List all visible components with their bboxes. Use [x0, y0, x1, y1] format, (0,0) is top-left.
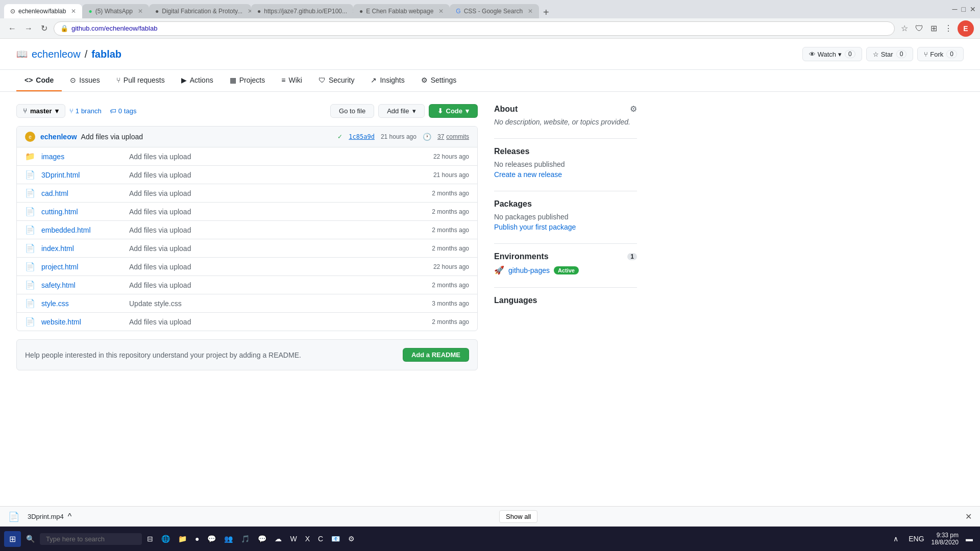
nav-wiki[interactable]: ≡ Wiki: [273, 70, 310, 91]
commits-label: commits: [446, 133, 469, 140]
repo-meta: ⑂ 1 branch 🏷 0 tags: [69, 107, 137, 115]
repo-owner-link[interactable]: echenleow: [32, 48, 81, 60]
browser-tabs: ⊙ echenleow/fablab ✕ ● (5) WhatsApp ✕ ● …: [4, 0, 553, 18]
commit-author[interactable]: echenleow: [40, 133, 77, 141]
tags-link[interactable]: 🏷 0 tags: [110, 107, 137, 115]
file-name-link[interactable]: cutting.html: [41, 208, 123, 216]
nav-issues[interactable]: ⊙ Issues: [62, 70, 108, 91]
file-name-link[interactable]: embedded.html: [41, 226, 123, 234]
file-icon: 📄: [25, 170, 35, 180]
code-button[interactable]: ⬇ Code ▾: [429, 104, 478, 118]
file-icon: 📄: [25, 262, 35, 271]
nav-settings[interactable]: ⚙ Settings: [413, 70, 465, 91]
create-release-link[interactable]: Create a new release: [494, 170, 562, 179]
tab-css[interactable]: G CSS - Google Search ✕: [450, 4, 539, 18]
file-rows-container: 📁imagesAdd files via upload22 hours ago📄…: [17, 147, 477, 331]
repo-content: ⑂ master ▾ ⑂ 1 branch 🏷 0 tags Go to fil…: [16, 104, 478, 370]
bookmark-button[interactable]: ☆: [899, 21, 910, 35]
file-name-link[interactable]: images: [41, 153, 123, 161]
extensions-button[interactable]: ⊞: [928, 21, 939, 35]
maximize-button[interactable]: □: [962, 5, 966, 13]
projects-icon: ▦: [230, 76, 236, 84]
tab-favicon: ●: [155, 8, 159, 15]
file-name-link[interactable]: 3Dprint.html: [41, 171, 123, 179]
file-name-link[interactable]: safety.html: [41, 281, 123, 289]
file-name-link[interactable]: cad.html: [41, 189, 123, 197]
toolbar-icons: ☆ 🛡 ⊞ ⋮ E: [899, 20, 974, 37]
commit-header: e echenleow Add files via upload ✓ 1c85a…: [17, 127, 477, 147]
file-name-link[interactable]: project.html: [41, 263, 123, 271]
tab-echenleow[interactable]: ● E Chen Fablab webpage ✕: [353, 4, 450, 18]
new-tab-button[interactable]: +: [539, 7, 553, 18]
extension-button[interactable]: 🛡: [913, 22, 925, 35]
packages-text: No packages published: [494, 213, 637, 221]
nav-code[interactable]: <> Code: [16, 70, 62, 91]
tab-close[interactable]: ✕: [528, 8, 533, 15]
nav-actions[interactable]: ▶ Actions: [173, 70, 222, 91]
languages-title-text: Languages: [494, 296, 537, 305]
close-button[interactable]: ✕: [970, 5, 976, 13]
file-name-link[interactable]: index.html: [41, 244, 123, 253]
table-row: 📄project.htmlAdd files via upload22 hour…: [17, 258, 477, 276]
publish-package-link[interactable]: Publish your first package: [494, 223, 576, 231]
commit-sha-link[interactable]: 1c85a9d: [349, 133, 375, 140]
branch-dropdown-icon: ▾: [55, 107, 59, 115]
minimize-button[interactable]: ─: [952, 5, 958, 13]
profile-avatar[interactable]: E: [958, 20, 974, 37]
tab-whatsapp[interactable]: ● (5) WhatsApp ✕: [82, 4, 149, 18]
tab-digital-fab[interactable]: ● Digital Fabrication & Prototy... ✕: [149, 4, 251, 18]
clock-icon: 🕐: [423, 133, 431, 141]
repo-name-link[interactable]: fablab: [91, 48, 121, 60]
go-to-file-button[interactable]: Go to file: [330, 104, 374, 118]
commits-count: 37: [437, 133, 444, 140]
about-gear-button[interactable]: ⚙: [630, 104, 637, 114]
file-icon: 📄: [25, 188, 35, 198]
table-row: 📁imagesAdd files via upload22 hours ago: [17, 147, 477, 166]
tab-close[interactable]: ✕: [352, 8, 353, 15]
file-time: 22 hours ago: [418, 153, 469, 160]
commits-link[interactable]: 37 commits: [437, 133, 469, 140]
about-section: About ⚙ No description, website, or topi…: [494, 104, 637, 126]
tab-close[interactable]: ✕: [438, 8, 444, 15]
add-readme-label: Add a README: [411, 351, 460, 359]
tab-close[interactable]: ✕: [248, 8, 251, 15]
tab-favicon: ●: [359, 8, 363, 15]
tab-close[interactable]: ✕: [138, 8, 143, 15]
file-time: 2 months ago: [418, 190, 469, 197]
file-name-link[interactable]: website.html: [41, 318, 123, 326]
tab-close[interactable]: ✕: [71, 8, 76, 15]
add-file-button[interactable]: Add file ▾: [378, 104, 424, 118]
menu-button[interactable]: ⋮: [942, 21, 954, 35]
branches-label: branch: [81, 107, 102, 115]
watch-dropdown-icon: ▾: [838, 51, 842, 58]
watch-count: 0: [845, 50, 855, 58]
repo-book-icon: 📖: [16, 48, 28, 60]
releases-section: Releases No releases published Create a …: [494, 147, 637, 179]
sidebar: About ⚙ No description, website, or topi…: [494, 104, 637, 370]
nav-projects[interactable]: ▦ Projects: [222, 70, 274, 91]
tab-label: https://jaze7.github.io/EP100...: [264, 8, 347, 15]
branch-selector[interactable]: ⑂ master ▾: [16, 104, 65, 118]
add-readme-button[interactable]: Add a README: [403, 348, 469, 362]
sidebar-divider-3: [494, 243, 637, 244]
file-commit-message: Add files via upload: [129, 244, 412, 253]
back-button[interactable]: ←: [6, 22, 18, 35]
star-button[interactable]: ☆ Star 0: [866, 47, 914, 61]
tab-jaze[interactable]: ● https://jaze7.github.io/EP100... ✕: [251, 4, 353, 18]
tab-active[interactable]: ⊙ echenleow/fablab ✕: [4, 4, 82, 18]
nav-security[interactable]: 🛡 Security: [310, 70, 363, 91]
environments-title: Environments 1: [494, 252, 637, 261]
url-bar[interactable]: 🔒 github.com/echenleow/fablab: [54, 21, 895, 36]
tab-favicon-google: G: [456, 8, 460, 15]
nav-pull-requests[interactable]: ⑂ Pull requests: [108, 70, 173, 91]
github-pages-link[interactable]: github-pages: [508, 266, 550, 274]
file-icon: 📄: [25, 317, 35, 327]
file-time: 2 months ago: [418, 208, 469, 215]
fork-button[interactable]: ⑂ Fork 0: [917, 47, 964, 61]
branches-link[interactable]: ⑂ 1 branch: [69, 107, 102, 115]
watch-button[interactable]: 👁 Watch ▾ 0: [802, 47, 862, 61]
forward-button[interactable]: →: [22, 22, 35, 35]
refresh-button[interactable]: ↻: [39, 21, 50, 35]
nav-insights[interactable]: ↗ Insights: [362, 70, 412, 91]
file-name-link[interactable]: style.css: [41, 299, 123, 308]
